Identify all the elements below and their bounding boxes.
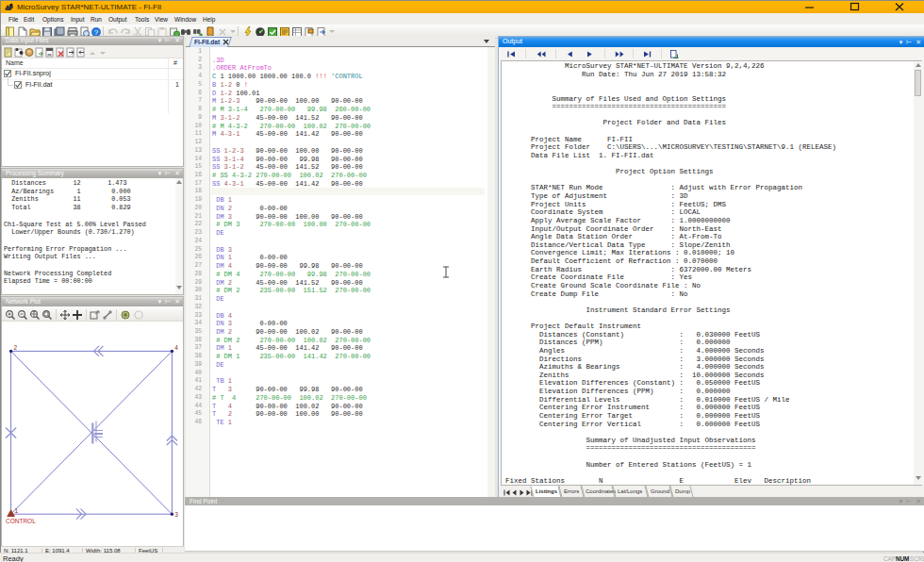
- svg-text:CONTROL: CONTROL: [6, 518, 36, 524]
- svg-text:2: 2: [14, 344, 18, 351]
- svg-text:1: 1: [15, 507, 19, 514]
- svg-text:4: 4: [174, 344, 178, 351]
- svg-text:3: 3: [174, 511, 178, 518]
